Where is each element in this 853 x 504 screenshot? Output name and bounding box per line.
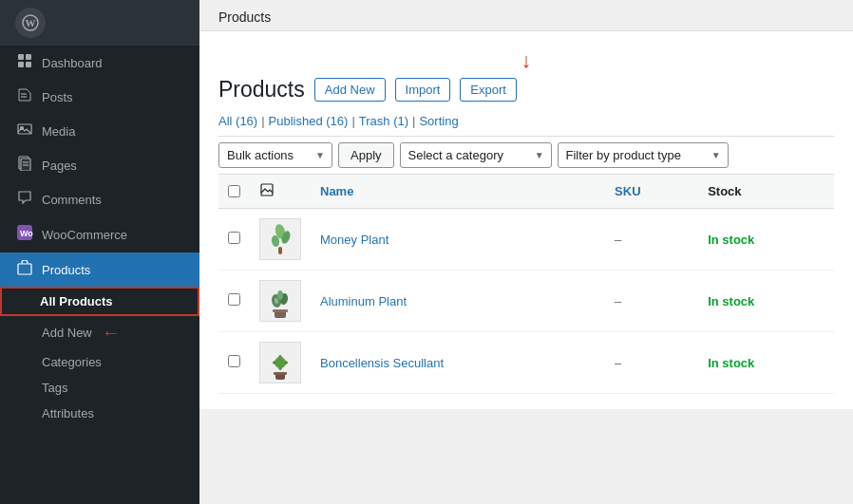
row2-sku-cell: – — [605, 271, 698, 332]
submenu-add-new[interactable]: Add New ← — [0, 316, 199, 349]
row2-product-image — [259, 280, 301, 322]
submenu-categories[interactable]: Categories — [0, 349, 199, 375]
sidebar-dashboard-label: Dashboard — [42, 56, 103, 70]
table-row: Boncellensis Secullant – In stock — [218, 332, 834, 394]
row1-checkbox[interactable] — [228, 232, 240, 244]
posts-icon — [15, 87, 34, 106]
product-type-select[interactable]: Filter by product type — [558, 142, 729, 168]
sidebar-item-woocommerce[interactable]: Woo WooCommerce — [0, 216, 199, 252]
row1-stock-cell: In stock — [698, 209, 834, 271]
row1-image-cell — [250, 209, 311, 271]
row3-product-link[interactable]: Boncellensis Secullant — [320, 356, 444, 370]
svg-rect-3 — [26, 54, 31, 60]
row2-checkbox[interactable] — [228, 293, 240, 306]
products-icon — [15, 260, 34, 279]
sep2: | — [351, 114, 354, 128]
svg-rect-5 — [26, 62, 31, 67]
bulk-actions-select[interactable]: Bulk actions — [218, 142, 332, 168]
import-button[interactable]: Import — [395, 78, 451, 102]
bulk-actions-wrapper: Bulk actions ▼ — [218, 142, 332, 168]
sidebar: W Dashboard Posts Media Pages Comments — [0, 0, 199, 504]
row3-product-image — [259, 342, 301, 383]
row2-name-cell: Aluminum Plant — [311, 271, 605, 332]
name-sort-link[interactable]: Name — [320, 184, 353, 198]
row1-product-image — [259, 218, 301, 260]
row1-checkbox-cell — [218, 209, 250, 271]
page-title-row: Products Add New Import Export — [218, 77, 834, 103]
row2-checkbox-cell — [218, 271, 250, 332]
col-checkbox-header — [218, 175, 250, 209]
sidebar-item-comments[interactable]: Comments — [0, 182, 199, 216]
row3-checkbox[interactable] — [228, 355, 240, 367]
sidebar-item-dashboard[interactable]: Dashboard — [0, 46, 199, 80]
select-all-checkbox[interactable] — [228, 185, 240, 197]
row2-product-link[interactable]: Aluminum Plant — [320, 294, 407, 308]
col-sku-header[interactable]: SKU — [605, 175, 698, 209]
filter-published[interactable]: Published (16) — [269, 114, 349, 128]
sidebar-item-pages[interactable]: Pages — [0, 148, 199, 182]
svg-rect-16 — [18, 264, 31, 274]
row2-stock-cell: In stock — [698, 271, 834, 332]
svg-text:W: W — [26, 17, 36, 28]
row3-stock-status: In stock — [708, 356, 754, 370]
filter-trash[interactable]: Trash (1) — [359, 114, 408, 128]
tags-label: Tags — [42, 381, 67, 395]
sidebar-products-label: Products — [42, 263, 90, 277]
col-stock-header: Stock — [698, 175, 834, 209]
table-row: Aluminum Plant – In stock — [218, 271, 834, 332]
svg-rect-21 — [278, 247, 282, 254]
row2-image-cell — [250, 271, 311, 332]
sidebar-item-posts[interactable]: Posts — [0, 80, 199, 114]
row3-image-cell — [250, 332, 311, 394]
row3-sku: – — [615, 356, 621, 370]
row1-stock-status: In stock — [708, 233, 754, 247]
media-icon — [15, 121, 34, 140]
sidebar-item-media[interactable]: Media — [0, 114, 199, 148]
svg-rect-4 — [18, 62, 24, 67]
arrow-annotation: ↓ — [218, 47, 834, 77]
down-arrow-icon: ↓ — [521, 48, 532, 73]
export-button[interactable]: Export — [460, 78, 517, 102]
svg-rect-17 — [261, 184, 273, 196]
row3-stock-cell: In stock — [698, 332, 834, 394]
col-image-header — [250, 175, 311, 209]
submenu-all-products[interactable]: All Products — [0, 287, 199, 316]
attributes-label: Attributes — [42, 406, 94, 420]
woocommerce-icon: Woo — [15, 224, 34, 245]
svg-rect-32 — [274, 372, 287, 375]
filter-sorting[interactable]: Sorting — [419, 114, 458, 128]
category-wrapper: Select a category ▼ — [400, 142, 552, 168]
sidebar-item-products[interactable]: Products — [0, 252, 199, 287]
products-submenu: All Products Add New ← Categories Tags A… — [0, 287, 199, 426]
sep1: | — [261, 114, 264, 128]
svg-point-28 — [277, 290, 283, 300]
page-title: Products — [218, 77, 305, 103]
col-name-header[interactable]: Name — [311, 175, 605, 209]
comments-icon — [15, 190, 34, 209]
image-sort-icon — [259, 186, 275, 200]
row1-name-cell: Money Plant — [311, 209, 605, 271]
wp-logo-icon: W — [15, 8, 46, 38]
row2-sku: – — [615, 294, 621, 308]
categories-label: Categories — [42, 355, 102, 369]
row1-product-link[interactable]: Money Plant — [320, 233, 389, 247]
add-new-button[interactable]: Add New — [314, 78, 386, 102]
sku-sort-link[interactable]: SKU — [615, 184, 640, 198]
left-arrow-icon: ← — [102, 322, 121, 344]
filter-links: All (16) | Published (16) | Trash (1) | … — [218, 114, 834, 128]
apply-button[interactable]: Apply — [338, 142, 394, 168]
sidebar-comments-label: Comments — [42, 193, 102, 207]
category-select[interactable]: Select a category — [400, 142, 552, 168]
sidebar-logo[interactable]: W — [0, 0, 199, 46]
filter-all[interactable]: All (16) — [218, 114, 257, 128]
main-header: Products — [199, 0, 853, 31]
breadcrumb: Products — [218, 9, 271, 25]
row3-checkbox-cell — [218, 332, 250, 394]
sidebar-woocommerce-label: WooCommerce — [42, 228, 127, 242]
submenu-attributes[interactable]: Attributes — [0, 401, 199, 426]
row1-sku-cell: – — [605, 209, 698, 271]
submenu-tags[interactable]: Tags — [0, 375, 199, 401]
svg-rect-25 — [273, 309, 288, 312]
products-table: Name SKU Stock — [218, 174, 834, 394]
table-row: Money Plant – In stock — [218, 209, 834, 271]
